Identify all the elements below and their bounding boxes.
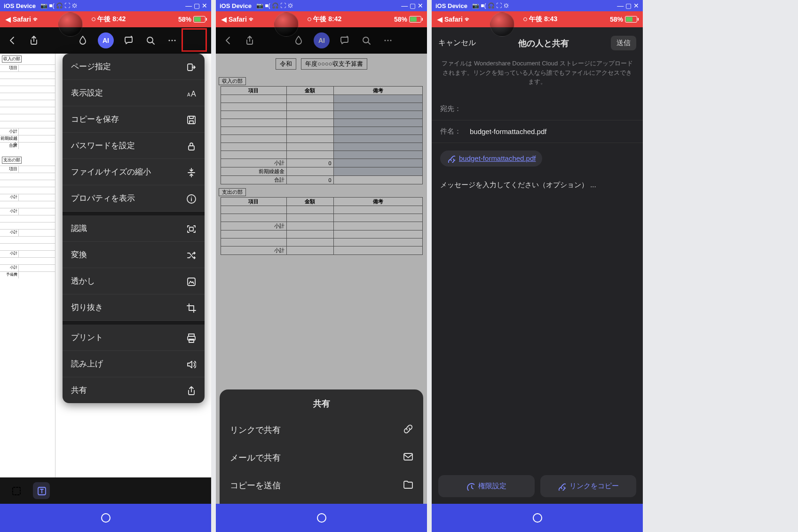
menu-save-copy[interactable]: コピーを保存 xyxy=(63,106,205,133)
share-button[interactable] xyxy=(27,34,40,47)
share-send-copy[interactable]: コピーを送信 xyxy=(220,471,423,499)
menu-reduce-size[interactable]: ファイルサイズの縮小 xyxy=(63,159,205,185)
row-subtotal: 小計 xyxy=(0,251,19,257)
col-item: 項目 xyxy=(221,87,286,95)
drop-button[interactable] xyxy=(76,34,89,47)
bottom-nav xyxy=(432,504,643,532)
comment-button[interactable] xyxy=(122,34,135,47)
more-button[interactable] xyxy=(166,34,179,47)
emulator-titlebar: iOS Device 📷 ■( 🎧 ⛶ ⚙ — ▢ ✕ xyxy=(216,0,427,11)
mail-icon xyxy=(403,451,413,464)
wifi-icon: ᯤ xyxy=(33,16,40,23)
bottom-tab-bar xyxy=(0,477,211,504)
ai-button[interactable]: AI xyxy=(314,32,330,48)
menu-label: 変換 xyxy=(71,249,87,260)
row-reserve: 予備費 xyxy=(0,272,19,278)
drop-button[interactable] xyxy=(292,34,305,47)
search-button[interactable] xyxy=(360,34,373,47)
aa-icon xyxy=(186,88,196,98)
menu-page-spec[interactable]: ページ指定 xyxy=(63,54,205,80)
battery-pct: 58% xyxy=(394,16,407,23)
window-controls[interactable]: — ▢ ✕ xyxy=(617,2,639,9)
menu-recognize[interactable]: 認識 xyxy=(63,215,205,242)
print-icon xyxy=(186,333,196,343)
recording-icon xyxy=(92,17,95,21)
menu-show-props[interactable]: プロパティを表示 xyxy=(63,185,205,212)
send-button[interactable]: 送信 xyxy=(611,36,636,50)
cancel-button[interactable]: キャンセル xyxy=(438,38,476,48)
share-link[interactable]: リンクで共有 xyxy=(220,416,423,444)
back-to-app[interactable]: ◀ Safari xyxy=(437,16,463,23)
to-label: 宛先： xyxy=(440,104,461,113)
menu-label: 表示設定 xyxy=(71,87,103,98)
back-to-app[interactable]: ◀ Safari xyxy=(6,16,31,23)
tab-text[interactable] xyxy=(33,482,50,499)
col-amount: 金額 xyxy=(286,87,333,95)
menu-crop[interactable]: 切り抜き xyxy=(63,294,205,321)
menu-display-settings[interactable]: 表示設定 xyxy=(63,80,205,106)
window-controls[interactable]: — ▢ ✕ xyxy=(401,2,423,9)
share-sheet: 共有 リンクで共有 メールで共有 コピーを送信 xyxy=(220,389,423,504)
message-input[interactable]: メッセージを入力してください（オプション） ... xyxy=(432,174,643,196)
row-subtotal: 小計 xyxy=(0,265,19,271)
home-button[interactable] xyxy=(533,513,542,523)
share-icon xyxy=(186,385,196,396)
share-button[interactable] xyxy=(243,34,256,47)
share-send-copy-label: コピーを送信 xyxy=(230,480,281,491)
ai-button[interactable]: AI xyxy=(98,32,114,48)
back-button[interactable] xyxy=(221,34,235,47)
link-icon xyxy=(403,423,413,436)
siri-orb xyxy=(490,12,514,37)
emulator-titlebar: iOS Device 📷 ■( 🎧 ⛶ ⚙ — ▢ ✕ xyxy=(0,0,211,11)
ios-status-bar: ◀ Safari ᯤ 午後 8:43 58% xyxy=(432,11,643,27)
home-button[interactable] xyxy=(101,513,111,523)
more-button[interactable] xyxy=(381,34,395,47)
crop-icon xyxy=(186,302,196,313)
compress-icon xyxy=(186,167,196,177)
home-button[interactable] xyxy=(317,513,326,523)
lock-icon xyxy=(186,141,196,151)
exit-icon xyxy=(186,62,196,72)
wifi-icon: ᯤ xyxy=(465,16,471,23)
battery-pct: 58% xyxy=(178,16,191,23)
save-icon xyxy=(186,114,196,125)
overflow-menu: ページ指定 表示設定 コピーを保存 パスワードを設定 ファイルサイズの縮小 プロ… xyxy=(63,54,205,403)
to-field[interactable]: 宛先： xyxy=(432,98,643,120)
bottom-nav xyxy=(0,504,211,532)
recording-icon xyxy=(308,17,311,21)
value-zero: 0 xyxy=(286,159,333,167)
menu-print[interactable]: プリント xyxy=(63,325,205,351)
menu-watermark[interactable]: 透かし xyxy=(63,268,205,294)
menu-label: ページ指定 xyxy=(71,61,111,72)
permission-button[interactable]: 権限設定 xyxy=(438,475,535,497)
row-subtotal: 小計 xyxy=(0,230,19,236)
clock: 午後 8:42 xyxy=(97,15,126,24)
copy-link-button[interactable]: リンクをコピー xyxy=(540,475,637,497)
document-peek: 収入の部 項目 小計 前期繰越金 合計 支出の部 項目 小計 小計 小計 小計 … xyxy=(0,54,55,477)
col-item: 項目 xyxy=(221,198,286,206)
siri-orb xyxy=(274,12,299,37)
info-icon xyxy=(186,193,196,204)
back-to-app[interactable]: ◀ Safari xyxy=(221,16,247,23)
menu-read-aloud[interactable]: 読み上げ xyxy=(63,351,205,377)
comment-button[interactable] xyxy=(338,34,351,47)
share-mail-label: メールで共有 xyxy=(230,452,281,463)
window-controls[interactable]: — ▢ ✕ xyxy=(185,2,207,9)
row-carryover: 前期繰越金 xyxy=(221,167,286,176)
search-button[interactable] xyxy=(144,34,157,47)
doc-title: 令和 年度○○○○収支予算書 xyxy=(216,54,427,74)
menu-set-password[interactable]: パスワードを設定 xyxy=(63,133,205,159)
perm-label: 権限設定 xyxy=(478,482,506,491)
menu-label: 認識 xyxy=(71,223,87,234)
menu-label: 透かし xyxy=(71,276,95,286)
menu-share[interactable]: 共有 xyxy=(63,377,205,403)
watermark-icon xyxy=(186,276,196,286)
tab-select[interactable] xyxy=(8,482,24,499)
col-item: 項目 xyxy=(0,166,19,173)
back-button[interactable] xyxy=(6,34,19,47)
share-modal: キャンセル 他の人と共有 送信 ファイルは Wondershare Docume… xyxy=(432,27,643,504)
section-income: 収入の部 xyxy=(219,77,246,85)
share-mail[interactable]: メールで共有 xyxy=(220,444,423,471)
attached-file-link[interactable]: budget-formattached.pdf xyxy=(440,151,542,167)
menu-convert[interactable]: 変換 xyxy=(63,242,205,268)
